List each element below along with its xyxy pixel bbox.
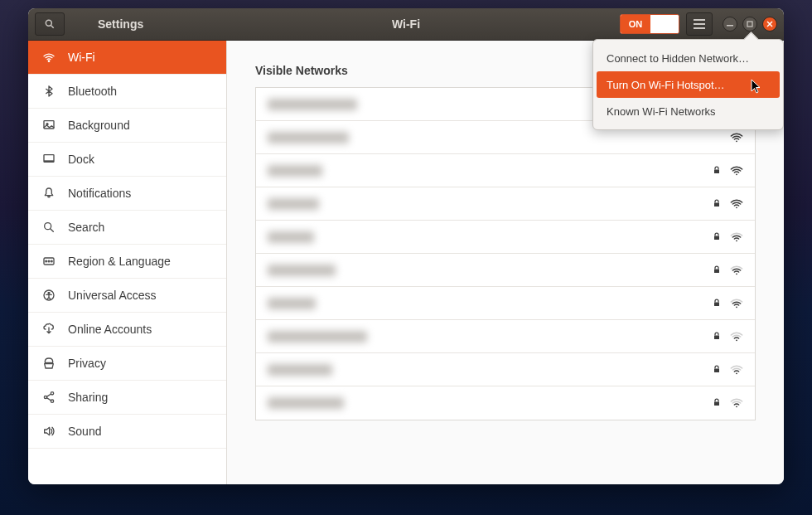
sidebar-item-label: Dock bbox=[68, 153, 94, 166]
popover-item-connect-to-hidden-network[interactable]: Connect to Hidden Network… bbox=[597, 45, 780, 71]
svg-rect-39 bbox=[714, 335, 719, 339]
network-row[interactable] bbox=[256, 187, 755, 221]
sidebar-item-label: Sharing bbox=[68, 391, 108, 404]
lock-icon bbox=[712, 364, 722, 374]
svg-point-9 bbox=[48, 61, 49, 61]
app-title: Settings bbox=[98, 17, 143, 31]
svg-point-44 bbox=[736, 406, 737, 407]
titlebar: Settings Wi-Fi ON bbox=[28, 8, 784, 41]
wifi-signal-icon bbox=[730, 331, 743, 343]
lock-icon bbox=[712, 198, 722, 208]
sidebar-item-universal-access[interactable]: Universal Access bbox=[28, 279, 226, 313]
lock-icon bbox=[712, 265, 722, 275]
network-status-icons bbox=[712, 198, 743, 210]
sidebar-item-label: Search bbox=[68, 221, 104, 234]
bluetooth-icon bbox=[41, 85, 56, 98]
sidebar-item-region-language[interactable]: Region & Language bbox=[28, 245, 226, 279]
network-name-blurred bbox=[268, 395, 712, 411]
network-row[interactable] bbox=[256, 353, 755, 386]
network-row[interactable] bbox=[256, 320, 755, 353]
region-icon bbox=[41, 255, 56, 268]
sidebar-item-label: Sound bbox=[68, 425, 101, 438]
network-row[interactable] bbox=[256, 386, 755, 420]
window-body: Wi-FiBluetoothBackgroundDockNotification… bbox=[28, 41, 784, 484]
network-name-blurred bbox=[268, 295, 712, 312]
svg-line-1 bbox=[51, 25, 53, 27]
wifi-signal-icon bbox=[730, 265, 743, 276]
svg-rect-35 bbox=[714, 269, 719, 273]
network-status-icons bbox=[712, 265, 743, 276]
network-name-blurred bbox=[268, 163, 712, 179]
sharing-icon bbox=[41, 391, 56, 404]
network-name-blurred bbox=[268, 129, 730, 146]
svg-rect-41 bbox=[714, 368, 719, 372]
svg-point-0 bbox=[46, 20, 51, 26]
maximize-button[interactable] bbox=[742, 17, 757, 32]
svg-rect-13 bbox=[44, 160, 54, 162]
network-name-blurred bbox=[268, 229, 712, 245]
popover-item-turn-on-wi-fi-hotspot[interactable]: Turn On Wi-Fi Hotspot… bbox=[597, 71, 780, 98]
svg-point-36 bbox=[736, 273, 737, 275]
sidebar-item-wi-fi[interactable]: Wi-Fi bbox=[28, 41, 226, 75]
wifi-signal-icon bbox=[730, 165, 743, 177]
svg-line-26 bbox=[46, 398, 51, 401]
svg-rect-31 bbox=[714, 202, 719, 206]
network-row[interactable] bbox=[256, 287, 755, 320]
sidebar-item-notifications[interactable]: Notifications bbox=[28, 177, 226, 211]
wifi-signal-icon bbox=[730, 231, 743, 243]
sound-icon bbox=[41, 425, 56, 438]
network-status-icons bbox=[712, 298, 743, 309]
svg-point-34 bbox=[736, 240, 737, 241]
svg-point-21 bbox=[48, 292, 50, 294]
search-icon bbox=[44, 18, 56, 30]
sidebar-item-bluetooth[interactable]: Bluetooth bbox=[28, 75, 226, 109]
sidebar-item-privacy[interactable]: Privacy bbox=[28, 347, 226, 381]
menu-button[interactable] bbox=[686, 12, 713, 36]
sidebar-item-sharing[interactable]: Sharing bbox=[28, 381, 226, 415]
svg-point-38 bbox=[736, 306, 737, 308]
wifi-signal-icon bbox=[730, 397, 743, 409]
svg-point-30 bbox=[736, 173, 737, 175]
sidebar-item-dock[interactable]: Dock bbox=[28, 143, 226, 177]
svg-rect-4 bbox=[694, 27, 705, 29]
search-icon bbox=[41, 221, 56, 234]
lock-icon bbox=[712, 165, 722, 175]
svg-rect-5 bbox=[727, 25, 733, 27]
svg-rect-6 bbox=[747, 22, 752, 27]
sidebar-item-label: Online Accounts bbox=[68, 323, 152, 336]
network-row[interactable] bbox=[256, 254, 755, 287]
titlebar-right: ON bbox=[620, 12, 784, 36]
lock-icon bbox=[712, 331, 722, 341]
sidebar-item-online-accounts[interactable]: Online Accounts bbox=[28, 313, 226, 347]
svg-point-42 bbox=[736, 372, 737, 374]
network-row[interactable] bbox=[256, 154, 755, 187]
svg-line-15 bbox=[51, 229, 54, 232]
svg-line-25 bbox=[46, 394, 51, 396]
sidebar-item-search[interactable]: Search bbox=[28, 211, 226, 245]
background-icon bbox=[41, 119, 56, 132]
hamburger-icon bbox=[694, 19, 705, 29]
network-status-icons bbox=[712, 364, 743, 376]
search-button[interactable] bbox=[35, 12, 65, 36]
svg-point-17 bbox=[46, 260, 47, 262]
svg-rect-37 bbox=[714, 302, 719, 306]
sidebar-item-background[interactable]: Background bbox=[28, 109, 226, 143]
sidebar-item-sound[interactable]: Sound bbox=[28, 415, 226, 449]
network-row[interactable] bbox=[256, 221, 755, 254]
minimize-button[interactable] bbox=[723, 17, 737, 32]
sidebar-item-label: Notifications bbox=[68, 187, 131, 200]
sidebar-item-label: Background bbox=[68, 119, 130, 132]
popover-item-known-wi-fi-networks[interactable]: Known Wi-Fi Networks bbox=[597, 98, 780, 124]
sidebar-item-label: Wi-Fi bbox=[68, 51, 95, 64]
network-name-blurred bbox=[268, 328, 712, 345]
close-button[interactable] bbox=[762, 17, 777, 32]
svg-point-19 bbox=[51, 260, 52, 262]
sidebar-item-label: Bluetooth bbox=[68, 85, 117, 98]
wifi-toggle[interactable]: ON bbox=[620, 14, 679, 34]
maximize-icon bbox=[747, 21, 753, 27]
settings-window: Settings Wi-Fi ON Wi bbox=[28, 8, 784, 484]
lock-icon bbox=[712, 397, 722, 407]
svg-rect-33 bbox=[714, 236, 719, 240]
network-status-icons bbox=[712, 231, 743, 243]
network-status-icons bbox=[730, 132, 743, 143]
